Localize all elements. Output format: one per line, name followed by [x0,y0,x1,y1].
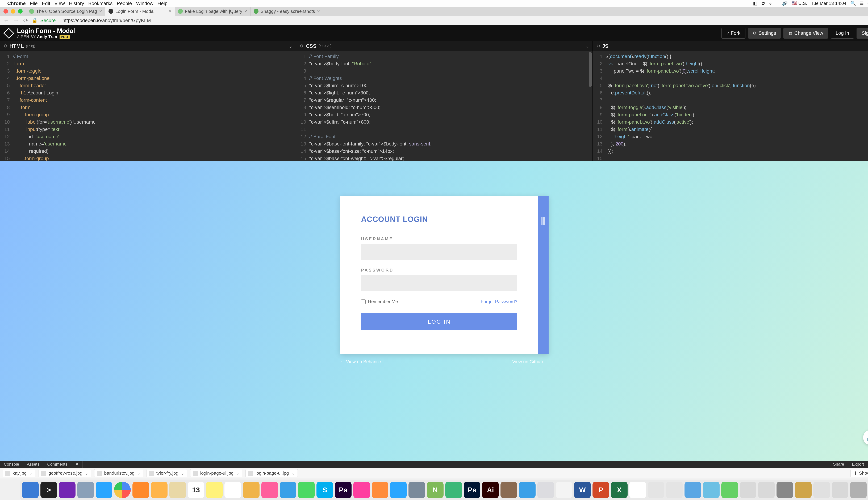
show-all-downloads[interactable]: ⬆Show All [850,469,868,477]
menu-edit[interactable]: Edit [42,1,50,6]
pen-title[interactable]: Login Form - Modal [17,27,75,35]
pane-menu-icon[interactable]: ⌄ [288,43,293,49]
dock-app[interactable] [813,481,830,498]
notifications-icon[interactable]: ☰ [860,1,864,6]
dock-app[interactable] [703,481,720,498]
html-editor[interactable]: 123456789101112131415 // Form .form .for… [0,51,296,161]
reload-button[interactable]: ⟳ [22,17,29,24]
pen-author[interactable]: Andy Tran [37,35,57,39]
dock-app[interactable] [114,481,131,498]
dock-app[interactable] [133,481,149,498]
fab-link-icon[interactable]: 🔗 [863,430,868,445]
download-menu-icon[interactable]: ⌄ [236,470,240,476]
spotlight-icon[interactable]: 🔍 [850,1,856,6]
dock-app[interactable] [22,481,39,498]
dock-app[interactable] [758,481,775,498]
maximize-window[interactable] [18,9,23,13]
close-tab-icon[interactable]: × [244,9,247,14]
close-footer-icon[interactable]: ✕ [71,461,83,468]
menu-bookmarks[interactable]: Bookmarks [88,1,113,6]
username-input[interactable] [361,244,517,260]
volume-icon[interactable]: 🔊 [782,1,788,6]
dock-app[interactable] [409,481,425,498]
dock-app[interactable]: Ps [464,481,480,498]
comments-tab[interactable]: Comments [43,461,71,468]
clock[interactable]: Tue Mar 13 14:04 [811,1,846,6]
dock-app[interactable] [261,481,278,498]
dock-app[interactable] [445,481,462,498]
dock-app[interactable] [537,481,554,498]
browser-tab[interactable]: Login Form - Modal× [105,7,175,16]
change-view-button[interactable]: ▦Change View [784,28,828,38]
dropbox-icon[interactable]: ⟐ [769,1,772,6]
download-item[interactable]: login-page-ui.jpg⌄ [245,469,298,477]
dock-app[interactable] [648,481,664,498]
css-editor[interactable]: 123456789101112131415 // Font Family "c-… [296,51,592,161]
behance-link[interactable]: ← View on Behance [340,359,381,364]
dock-app[interactable] [501,481,517,498]
status-icon[interactable]: ◧ [753,1,757,6]
menu-window[interactable]: Window [136,1,153,6]
js-editor[interactable]: 123456789101112131415 $(document).ready(… [593,51,868,161]
dock-app[interactable] [77,481,94,498]
dock-app[interactable] [777,481,793,498]
login-button[interactable]: Log In [831,28,854,38]
back-button[interactable]: ← [3,17,10,24]
export-button[interactable]: Export [848,461,868,468]
dock-app[interactable]: 13 [188,481,204,498]
close-window[interactable] [3,9,8,13]
dock-app[interactable] [151,481,168,498]
download-item[interactable]: login-page-ui.jpg⌄ [190,469,242,477]
dock-app[interactable] [206,481,223,498]
dock-app[interactable] [169,481,186,498]
dock-app[interactable] [280,481,296,498]
dock-app[interactable] [59,481,76,498]
menu-file[interactable]: File [30,1,38,6]
dock-app[interactable] [832,481,848,498]
signup-button[interactable]: Sign Up [857,28,868,38]
menu-people[interactable]: People [117,1,132,6]
password-input[interactable] [361,275,517,291]
download-menu-icon[interactable]: ⌄ [29,470,33,476]
scrollbar[interactable] [589,52,592,87]
browser-tab[interactable]: Fake Login page with jQuery× [175,7,251,16]
pane-menu-icon[interactable]: ⌄ [585,43,589,49]
login-submit-button[interactable]: LOG IN [361,313,517,330]
dock-app[interactable]: Ps [335,481,352,498]
dock-app[interactable] [685,481,701,498]
status-icon[interactable]: ✿ [761,1,765,6]
pane-gear-icon[interactable]: ⚙ [596,44,600,48]
download-menu-icon[interactable]: ⌄ [291,470,295,476]
pane-gear-icon[interactable]: ⚙ [300,44,304,48]
remember-checkbox[interactable] [361,299,366,304]
dock-app[interactable] [519,481,536,498]
browser-tab[interactable]: Snaggy - easy screenshots× [251,7,323,16]
settings-button[interactable]: ⚙Settings [748,28,781,38]
dock-app[interactable] [96,481,112,498]
omnibox[interactable]: https://codepen.io/andytran/pen/GpyKLM [62,18,151,23]
wifi-icon[interactable]: ⏚ [776,1,778,6]
minimize-window[interactable] [11,9,15,13]
dock-app[interactable] [740,481,756,498]
dock-app[interactable]: X [611,481,628,498]
close-tab-icon[interactable]: × [169,9,171,14]
download-item[interactable]: geoffrey-rose.jpg⌄ [38,469,91,477]
console-tab[interactable]: Console [0,461,23,468]
lock-icon[interactable]: 🔒 [32,18,37,23]
forgot-password-link[interactable]: Forgot Password? [481,299,517,304]
pane-gear-icon[interactable]: ⚙ [3,44,7,48]
menu-history[interactable]: History [69,1,84,6]
input-flag[interactable]: 🇺🇸 U.S. [791,1,807,6]
assets-tab[interactable]: Assets [23,461,43,468]
codepen-logo-icon[interactable] [3,28,14,38]
close-tab-icon[interactable]: × [99,9,102,14]
dock-app[interactable]: P [593,481,609,498]
dock-app[interactable] [850,481,867,498]
download-menu-icon[interactable]: ⌄ [137,470,141,476]
download-item[interactable]: tyler-fry.jpg⌄ [147,469,187,477]
fork-button[interactable]: ⑂Fork [721,28,745,38]
dock-app[interactable] [795,481,812,498]
dock-app[interactable] [721,481,738,498]
dock-app[interactable] [243,481,260,498]
download-item[interactable]: kay.jpg⌄ [3,469,35,477]
